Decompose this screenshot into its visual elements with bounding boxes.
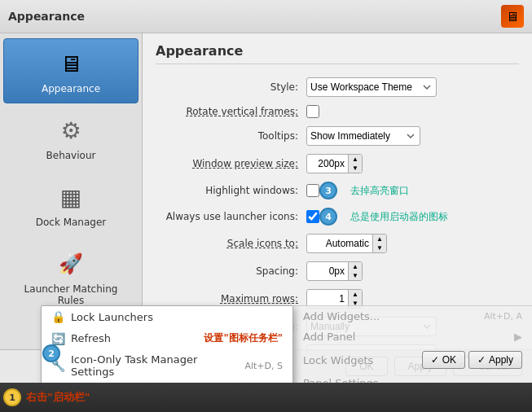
style-row: Style: Use Workspace Theme (156, 77, 519, 97)
dialog-title: Appearance (8, 10, 85, 23)
always-launcher-row: Always use launcher icons: 4 总是使用启动器的图标 (156, 208, 519, 226)
spacing-input[interactable] (307, 264, 348, 278)
window-preview-down[interactable]: ▼ (349, 164, 362, 173)
style-select[interactable]: Use Workspace Theme (306, 77, 437, 97)
behaviour-icon (51, 114, 90, 147)
tooltips-row: Tooltips: Show Immediately (156, 126, 519, 146)
taskbar-text: 右击"启动栏" (26, 390, 90, 405)
sidebar-item-dock-manager[interactable]: Dock Manager (3, 172, 138, 237)
rotate-row: Rotate vertical frames: (156, 105, 519, 118)
tooltips-select[interactable]: Show Immediately (306, 126, 420, 146)
spacing-down[interactable]: ▼ (349, 271, 362, 280)
tooltips-label: Tooltips: (156, 130, 306, 142)
tooltips-control: Show Immediately (306, 126, 519, 146)
sidebar-item-label-launcher: Launcher Matching Rules (11, 283, 131, 306)
taskbar-circle-1: 1 (3, 388, 21, 406)
lock-label: Lock Launchers (71, 311, 283, 323)
always-launcher-annotation: 4 (319, 208, 337, 226)
scale-row: Scale icons to: ▲ ▼ (156, 234, 519, 253)
sidebar-item-launcher-matching[interactable]: Launcher Matching Rules (3, 239, 138, 315)
menu-item-lock[interactable]: 🔒 Lock Launchers (42, 306, 292, 327)
launcher-icon (51, 248, 90, 280)
spacing-label: Spacing: (156, 265, 306, 277)
dialog-icon: 🖥 (501, 5, 524, 28)
scale-label: Scale icons to: (156, 238, 306, 249)
rotate-control (306, 105, 519, 118)
window-preview-input[interactable] (307, 156, 348, 171)
circle-annotation-2: 2 (42, 344, 60, 362)
always-launcher-control: 4 总是使用启动器的图标 (306, 208, 519, 226)
style-label: Style: (156, 81, 306, 93)
sidebar-item-label-behaviour: Behaviour (46, 150, 96, 161)
lock-widgets-label: Lock Widgets (303, 354, 373, 366)
menu-item-icon-only[interactable]: 🔧 Icon-Only Task Manager Settings Alt+D,… (42, 349, 292, 382)
dock-icon (51, 181, 90, 213)
scale-up[interactable]: ▲ (373, 234, 386, 243)
taskbar: 1 右击"启动栏" (0, 383, 532, 412)
highlight-checkbox[interactable] (306, 184, 319, 197)
refresh-icon: 🔄 (51, 332, 64, 345)
scale-down[interactable]: ▼ (373, 243, 386, 252)
add-widgets-label: Add Widgets... (303, 310, 380, 322)
right-menu-add-panel: Add Panel ▶ (293, 327, 532, 347)
window-preview-row: Window preview size: ▲ ▼ (156, 154, 519, 173)
highlight-annotation-text: 去掉高亮窗口 (350, 184, 409, 198)
sidebar-item-behaviour[interactable]: Behaviour (3, 105, 138, 170)
window-preview-up[interactable]: ▲ (349, 155, 362, 164)
spacing-spinbox[interactable]: ▲ ▼ (306, 261, 363, 281)
highlight-row: Highlight windows: 3 去掉高亮窗口 (156, 182, 519, 199)
window-preview-spinbox-btns: ▲ ▼ (348, 155, 362, 173)
spacing-row: Spacing: ▲ ▼ (156, 261, 519, 281)
inline-ok-button[interactable]: ✓ OK (422, 351, 465, 369)
icon-only-label: Icon-Only Task Manager Settings (71, 353, 238, 378)
always-launcher-checkbox[interactable] (306, 210, 319, 223)
highlight-label: Highlight windows: (156, 185, 306, 196)
inline-buttons: ✓ OK ✓ Apply (422, 351, 522, 369)
style-control: Use Workspace Theme (306, 77, 519, 97)
content-title: Appearance (156, 43, 519, 64)
appearance-icon (51, 47, 90, 80)
right-menu-add-widgets: Add Widgets... Alt+D, A (293, 306, 532, 327)
max-rows-label: Maximum rows: (156, 293, 306, 305)
max-rows-up[interactable]: ▲ (349, 290, 362, 299)
highlight-annotation: 3 (319, 182, 337, 199)
window-preview-spinbox[interactable]: ▲ ▼ (306, 154, 363, 173)
scale-spinbox-btns: ▲ ▼ (372, 234, 386, 252)
icon-only-shortcut: Alt+D, S (244, 361, 283, 371)
dialog-titlebar: Appearance 🖥 (0, 0, 532, 33)
right-menu-lock-widgets: Lock Widgets ✓ OK ✓ Apply (293, 347, 532, 373)
scale-input[interactable] (307, 236, 372, 251)
spacing-control: ▲ ▼ (306, 261, 519, 281)
sidebar-item-appearance[interactable]: Appearance (3, 38, 138, 103)
window-preview-control: ▲ ▼ (306, 154, 519, 173)
rotate-label: Rotate vertical frames: (156, 106, 306, 117)
max-rows-input[interactable] (307, 291, 348, 306)
menu-item-refresh[interactable]: 🔄 Refresh 设置"图标任务栏" (42, 327, 292, 349)
window-preview-label: Window preview size: (156, 158, 306, 169)
scale-spinbox[interactable]: ▲ ▼ (306, 234, 387, 253)
refresh-highlight: 设置"图标任务栏" (204, 331, 283, 345)
spacing-up[interactable]: ▲ (349, 262, 362, 271)
scale-control: ▲ ▼ (306, 234, 519, 253)
highlight-control: 3 去掉高亮窗口 (306, 182, 519, 199)
lock-icon: 🔒 (51, 310, 64, 323)
refresh-label: Refresh (71, 332, 191, 344)
add-widgets-shortcut: Alt+D, A (484, 311, 522, 322)
sidebar-item-label-appearance: Appearance (42, 83, 100, 94)
sidebar-item-label-dock: Dock Manager (36, 217, 107, 228)
add-panel-arrow: ▶ (514, 331, 522, 343)
always-launcher-label: Always use launcher icons: (156, 211, 306, 222)
rotate-checkbox[interactable] (306, 105, 319, 118)
taskbar-annotation: 1 右击"启动栏" (3, 388, 90, 406)
always-launcher-annotation-text: 总是使用启动器的图标 (350, 210, 448, 224)
spacing-spinbox-btns: ▲ ▼ (348, 262, 362, 280)
inline-apply-button[interactable]: ✓ Apply (468, 351, 522, 369)
add-panel-label: Add Panel (303, 331, 355, 343)
